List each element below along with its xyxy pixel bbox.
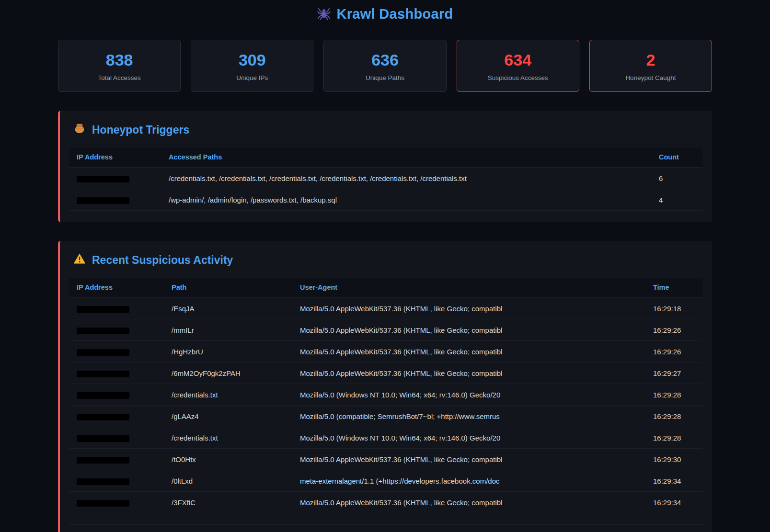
ip-cell (69, 326, 164, 334)
ip-cell (69, 433, 164, 441)
user-agent-cell: Mozilla/5.0 (Windows NT 10.0; Win64; x64… (293, 391, 646, 399)
path-cell: /HgHzbrU (164, 348, 293, 356)
paths-cell: /wp-admin/, /admin/login, /passwords.txt… (161, 196, 652, 204)
user-agent-cell: Mozilla/5.0 AppleWebKit/537.36 (KHTML, l… (293, 326, 646, 334)
ip-cell (69, 455, 164, 463)
column-header-path: Path (164, 278, 293, 297)
ip-cell (69, 174, 161, 182)
user-agent-cell: Mozilla/5.0 AppleWebKit/537.36 (KHTML, l… (293, 455, 646, 464)
suspicious-panel-title: Recent Suspicious Activity (73, 252, 702, 268)
stat-label: Suspicious Accesses (488, 74, 548, 81)
stat-label: Unique Paths (366, 74, 404, 81)
activity-row: /3FXfiC Mozilla/5.0 AppleWebKit/537.36 (… (69, 492, 702, 513)
time-cell: 16:29:26 (646, 326, 702, 334)
user-agent-cell: meta-externalagent/1.1 (+https://develop… (293, 477, 646, 485)
activity-row: /HgHzbrU Mozilla/5.0 AppleWebKit/537.36 … (69, 341, 702, 362)
ip-redaction-bar (77, 478, 129, 485)
honeypot-table: IP Address Accessed Paths Count /credent… (69, 147, 702, 211)
ip-cell (69, 390, 164, 398)
column-header-ip: IP Address (69, 278, 164, 297)
path-cell: /credentials.txt (164, 391, 293, 399)
time-cell: 16:29:34 (646, 477, 702, 485)
activity-row: /tO0Htx Mozilla/5.0 AppleWebKit/537.36 (… (69, 449, 702, 470)
ip-redaction-bar (77, 306, 129, 313)
user-agent-cell: Mozilla/5.0 AppleWebKit/537.36 (KHTML, l… (293, 305, 646, 313)
stat-value: 2 (646, 51, 655, 69)
path-cell: /gLAAz4 (164, 412, 293, 420)
suspicious-panel-title-text: Recent Suspicious Activity (92, 254, 233, 267)
time-cell: 16:29:27 (646, 369, 702, 377)
stat-card-unique-ips: 309 Unique IPs (191, 40, 313, 92)
activity-row: /credentials.txt Mozilla/5.0 (Windows NT… (69, 427, 702, 449)
activity-row: /gLAAz4 Mozilla/5.0 (compatible; Semrush… (69, 406, 702, 427)
ip-redaction-bar (77, 349, 129, 356)
time-cell: 16:29:28 (646, 434, 702, 442)
user-agent-cell: Mozilla/5.0 AppleWebKit/537.36 (KHTML, l… (293, 369, 646, 377)
activity-table-header: IP Address Path User-Agent Time (69, 278, 702, 298)
stat-card-honeypot-caught: 2 Honeypot Caught (589, 40, 712, 92)
path-cell: /3FXfiC (164, 498, 293, 507)
honeypot-panel-title-text: Honeypot Triggers (92, 124, 189, 136)
column-header-paths: Accessed Paths (161, 147, 652, 167)
honeypot-panel: Honeypot Triggers IP Address Accessed Pa… (58, 111, 712, 222)
honeypot-icon (73, 122, 86, 137)
path-cell: /mmILr (164, 326, 293, 334)
path-cell: /tO0Htx (164, 455, 293, 464)
honeypot-panel-title: Honeypot Triggers (73, 122, 702, 137)
activity-row: /6mM2OyF0gk2zPAH Mozilla/5.0 AppleWebKit… (69, 362, 702, 384)
ip-redaction-bar (77, 500, 129, 507)
stat-value: 838 (106, 51, 133, 69)
ip-redaction-bar (77, 176, 129, 182)
paths-cell: /credentials.txt, /credentials.txt, /cre… (161, 174, 652, 182)
user-agent-cell: Mozilla/5.0 (compatible; SemrushBot/7~bl… (293, 412, 646, 420)
time-cell: 16:29:34 (646, 498, 702, 507)
page-title: Krawl Dashboard (337, 6, 453, 22)
krawl-dashboard-page: Krawl Dashboard 838 Total Accesses 309 U… (58, 0, 712, 532)
honeypot-table-header: IP Address Accessed Paths Count (69, 147, 702, 168)
time-cell: 16:29:28 (646, 412, 702, 420)
warning-icon (73, 252, 86, 268)
stat-card-unique-paths: 636 Unique Paths (323, 40, 446, 92)
path-cell: /credentials.txt (164, 434, 293, 442)
stat-label: Total Accesses (98, 74, 140, 81)
activity-row: /mmILr Mozilla/5.0 AppleWebKit/537.36 (K… (69, 319, 702, 341)
ip-cell (69, 347, 164, 355)
column-header-user-agent: User-Agent (293, 278, 646, 297)
column-header-ip: IP Address (69, 147, 161, 167)
count-cell: 6 (652, 174, 702, 182)
user-agent-cell: Mozilla/5.0 AppleWebKit/537.36 (KHTML, l… (293, 348, 646, 356)
column-header-time: Time (646, 278, 702, 297)
ip-redaction-bar (77, 328, 129, 334)
stat-value: 634 (504, 51, 531, 69)
ip-cell (69, 195, 161, 204)
suspicious-activity-table: IP Address Path User-Agent Time /EsqJA M… (69, 278, 702, 525)
time-cell: 16:29:26 (646, 348, 702, 356)
stat-label: Unique IPs (236, 74, 268, 81)
stat-card-total-accesses: 838 Total Accesses (58, 40, 181, 92)
activity-row: /credentials.txt Mozilla/5.0 (Windows NT… (69, 384, 702, 406)
ip-redaction-bar (77, 457, 129, 464)
stat-value: 636 (371, 51, 399, 69)
ip-cell (69, 412, 164, 420)
honeypot-row: /credentials.txt, /credentials.txt, /cre… (69, 168, 702, 189)
path-cell: /6mM2OyF0gk2zPAH (164, 369, 293, 377)
ip-redaction-bar (77, 197, 129, 204)
suspicious-activity-panel: Recent Suspicious Activity IP Address Pa… (58, 241, 712, 532)
activity-row: /0ltLxd meta-externalagent/1.1 (+https:/… (69, 470, 702, 492)
time-cell: 16:29:18 (646, 305, 702, 313)
user-agent-cell: Mozilla/5.0 (Windows NT 10.0; Win64; x64… (293, 434, 646, 442)
path-cell: /EsqJA (164, 305, 293, 313)
user-agent-cell: Mozilla/5.0 AppleWebKit/537.36 (KHTML, l… (293, 498, 646, 507)
column-header-count: Count (652, 147, 702, 167)
path-cell: /0ltLxd (164, 477, 293, 485)
ip-redaction-bar (77, 414, 129, 420)
count-cell: 4 (652, 196, 702, 204)
page-header: Krawl Dashboard (58, 6, 712, 22)
time-cell: 16:29:30 (646, 455, 702, 464)
stat-label: Honeypot Caught (625, 74, 676, 81)
ip-redaction-bar (77, 435, 129, 442)
ip-redaction-bar (77, 392, 129, 399)
activity-row: /EsqJA Mozilla/5.0 AppleWebKit/537.36 (K… (69, 298, 702, 319)
ip-cell (69, 476, 164, 485)
honeypot-row: /wp-admin/, /admin/login, /passwords.txt… (69, 189, 702, 211)
